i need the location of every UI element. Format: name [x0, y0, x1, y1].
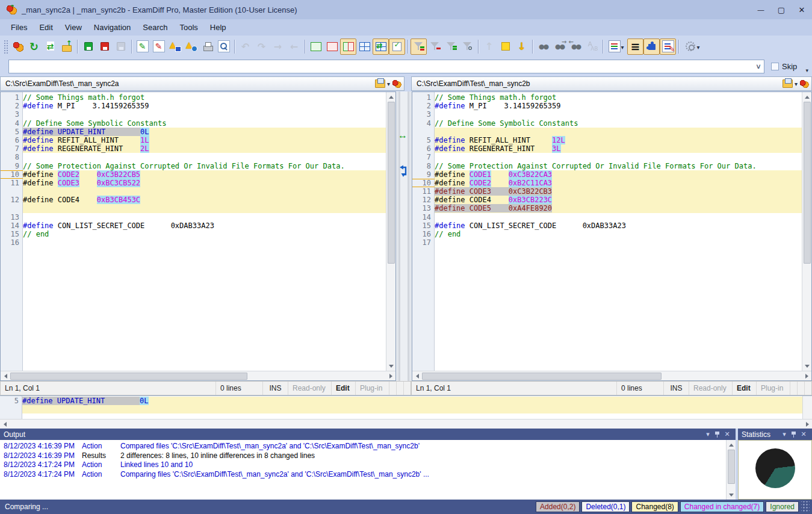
resize-grip[interactable]: [801, 501, 810, 512]
find-button[interactable]: [535, 39, 551, 55]
show-first-pane-button[interactable]: [308, 39, 324, 55]
replace-button[interactable]: [584, 39, 600, 55]
settings-button[interactable]: [681, 39, 703, 55]
save-differences-button[interactable]: [167, 39, 183, 55]
show-matching-lines-button[interactable]: [459, 39, 476, 55]
scrollbar-thumb[interactable]: [728, 450, 735, 484]
scroll-right-icon[interactable]: [803, 420, 812, 429]
scroll-down-icon[interactable]: [386, 362, 395, 371]
badge-added[interactable]: Added(0,2): [536, 501, 580, 512]
skip-dropdown-icon[interactable]: [805, 67, 808, 73]
edit-first-file-button[interactable]: [134, 39, 150, 55]
close-icon[interactable]: [792, 1, 812, 18]
redo-button[interactable]: [253, 39, 270, 55]
diff-line[interactable]: 4// Define Some Symbolic Constants: [412, 119, 802, 128]
split-view-button[interactable]: [340, 39, 356, 55]
menu-item-files[interactable]: Files: [5, 20, 33, 34]
diff-line[interactable]: 6#define REGENERATE_HINT 3L: [412, 144, 802, 153]
diff-line[interactable]: 3: [412, 110, 802, 119]
badge-changed[interactable]: Changed(8): [631, 501, 678, 512]
chevron-down-icon[interactable]: [795, 79, 798, 88]
statistics-menu-icon[interactable]: [779, 430, 789, 439]
diff-line[interactable]: 7#define REGENERATE_HINT 2L: [1, 144, 386, 153]
diff-line[interactable]: 7: [412, 153, 802, 161]
menu-item-help[interactable]: Help: [204, 20, 232, 34]
diff-line[interactable]: 2#define M_PI 3.14159265359: [1, 102, 386, 110]
diff-line[interactable]: 1// Some Things math.h forgot: [412, 93, 802, 102]
open-files-button[interactable]: [58, 39, 75, 55]
diff-line[interactable]: 1// Some Things math.h forgot: [1, 93, 386, 102]
diff-line[interactable]: 2#define M_PI 3.14159265359: [412, 102, 802, 110]
compare-logo-icon[interactable]: [392, 79, 401, 88]
menu-item-edit[interactable]: Edit: [33, 20, 58, 34]
current-diff-line[interactable]: [0, 405, 802, 413]
current-diff-vertical-scrollbar[interactable]: [802, 396, 812, 419]
menu-item-tools[interactable]: Tools: [173, 20, 203, 34]
combo-dropdown-icon[interactable]: [753, 60, 764, 73]
minimize-icon[interactable]: [751, 1, 771, 18]
diff-line[interactable]: 14#define CON_LIST_SECRET_CODE 0xDAB33A2…: [1, 221, 386, 230]
scroll-down-icon[interactable]: [802, 362, 811, 371]
badge-ignored[interactable]: Ignored: [766, 501, 799, 512]
diff-line[interactable]: 12#define CODE4 0xB3CB453C: [1, 196, 386, 204]
scroll-up-icon[interactable]: [802, 92, 811, 101]
menu-item-search[interactable]: Search: [137, 20, 173, 34]
diff-line[interactable]: 11#define CODE3 0xBC3CB522: [1, 179, 386, 187]
create-report-button[interactable]: [660, 39, 676, 55]
scroll-left-icon[interactable]: [0, 420, 9, 429]
compare-button[interactable]: [10, 39, 26, 55]
left-horizontal-scrollbar[interactable]: [1, 371, 395, 380]
next-pair-button[interactable]: [270, 39, 286, 55]
diff-line[interactable]: 14: [412, 213, 802, 221]
chevron-down-icon[interactable]: [387, 79, 390, 88]
show-all-lines-button[interactable]: [411, 39, 427, 55]
swap-and-recompare-button[interactable]: [42, 39, 58, 55]
diff-line[interactable]: 11#define CODE3 0xC3B22CB3: [412, 187, 802, 196]
save-second-file-button[interactable]: [96, 39, 113, 55]
output-pin-icon[interactable]: [713, 430, 722, 439]
undo-button[interactable]: [237, 39, 253, 55]
filter-combobox[interactable]: [8, 60, 764, 73]
diff-line[interactable]: 10#define CODE2 0xC3B22CB5: [1, 170, 386, 179]
diff-line[interactable]: 5#define UPDATE_HINT 0L: [1, 128, 386, 136]
save-first-file-button[interactable]: [80, 39, 96, 55]
scroll-left-icon[interactable]: [1, 371, 10, 380]
show-options-button[interactable]: [389, 39, 405, 55]
badge-chg-in-chg[interactable]: Changed in changed(7): [680, 501, 764, 512]
show-added-lines-button[interactable]: [443, 39, 459, 55]
current-diff-line[interactable]: 5#define UPDATE_HINT 0L: [0, 397, 802, 405]
diff-line[interactable]: 16: [1, 238, 386, 247]
find-next-button[interactable]: [551, 39, 568, 55]
diff-block-link-icon[interactable]: [398, 130, 408, 141]
scroll-right-icon[interactable]: [802, 371, 811, 380]
scroll-right-icon[interactable]: [386, 371, 395, 380]
show-deleted-lines-button[interactable]: [427, 39, 443, 55]
skip-checkbox[interactable]: [771, 63, 779, 70]
recompare-button[interactable]: [26, 39, 42, 55]
scrollbar-thumb[interactable]: [804, 102, 811, 264]
compare-logo-icon[interactable]: [799, 79, 809, 88]
scroll-down-icon[interactable]: [727, 491, 736, 500]
menu-item-view[interactable]: View: [59, 20, 88, 34]
browse-first-file-icon[interactable]: [375, 79, 385, 88]
maximize-icon[interactable]: [771, 1, 792, 18]
plugins-button[interactable]: [643, 39, 660, 55]
right-horizontal-scrollbar[interactable]: [412, 371, 811, 380]
horizontal-layout-button[interactable]: [356, 39, 373, 55]
diff-line[interactable]: 6#define REFIT_ALL_HINT 1L: [1, 136, 386, 144]
previous-pair-button[interactable]: [286, 39, 302, 55]
diff-line[interactable]: 3: [1, 110, 386, 119]
diff-line[interactable]: 9// Some Protection Against Corrupted Or…: [1, 162, 386, 170]
diff-line[interactable]: 15// end: [1, 230, 386, 238]
comparison-options-button[interactable]: [606, 39, 627, 55]
diff-line[interactable]: 8: [1, 153, 386, 161]
diff-line[interactable]: 9#define CODE1 0xC3B22CA3: [412, 170, 802, 179]
output-close-icon[interactable]: [722, 430, 732, 439]
diff-line[interactable]: 15#define CON_LIST_SECRET_CODE 0xDAB33A2…: [412, 221, 802, 230]
toolbar-grip[interactable]: [3, 39, 8, 54]
show-line-details-button[interactable]: [627, 39, 643, 55]
current-difference-button[interactable]: [497, 39, 513, 55]
show-second-pane-button[interactable]: [324, 39, 340, 55]
output-vertical-scrollbar[interactable]: [726, 440, 736, 500]
left-vertical-scrollbar[interactable]: [386, 92, 395, 371]
